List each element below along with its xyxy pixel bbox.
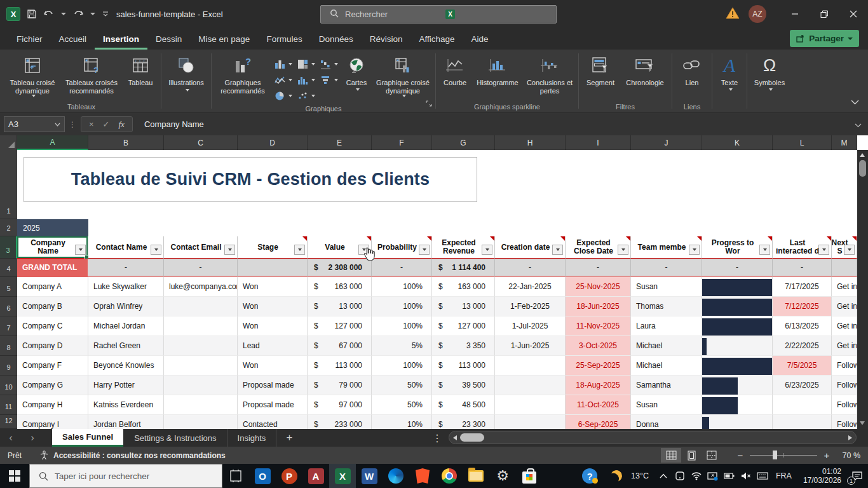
company-cell[interactable]: Company H — [17, 395, 88, 415]
column-header-G[interactable]: G — [432, 135, 495, 150]
value-cell[interactable]: $163 000 — [308, 277, 372, 297]
row-header-7[interactable]: 7 — [0, 316, 17, 336]
filter-button[interactable] — [294, 245, 305, 255]
year-cell[interactable]: 2025 — [17, 219, 88, 236]
stage-cell[interactable]: Won — [238, 297, 308, 316]
expected-revenue-cell[interactable]: $48 500 — [432, 395, 495, 415]
probability-cell[interactable]: 100% — [372, 356, 432, 376]
filter-button[interactable] — [759, 245, 770, 255]
accessibility-status[interactable]: Accessibilité : consultez nos recommanda… — [39, 451, 226, 460]
ribbon-tab-révision[interactable]: Révision — [362, 34, 411, 50]
value-cell[interactable]: $13 000 — [308, 297, 372, 316]
row-header-3[interactable]: 3 — [0, 236, 17, 259]
team-member-cell[interactable]: Susan — [631, 395, 702, 415]
zoom-slider[interactable] — [750, 455, 817, 456]
ribbon-tab-dessin[interactable]: Dessin — [147, 34, 190, 50]
ribbon-tab-insertion[interactable]: Insertion — [95, 34, 147, 50]
column-header-F[interactable]: F — [372, 135, 432, 150]
column-header-E[interactable]: E — [308, 135, 372, 150]
filter-button[interactable] — [224, 245, 235, 255]
titlebar-search[interactable]: Rechercher X — [320, 5, 557, 24]
row-header-12[interactable]: 12 — [0, 415, 17, 429]
email-cell[interactable] — [164, 336, 238, 356]
column-header-C[interactable]: C — [164, 135, 238, 150]
row-header-6[interactable]: 6 — [0, 297, 17, 316]
progress-cell[interactable] — [702, 395, 773, 415]
next-step-cell[interactable]: Get in — [832, 336, 857, 356]
filter-button[interactable] — [552, 245, 563, 255]
next-step-cell[interactable]: Get in — [832, 277, 857, 297]
creation-date-cell[interactable] — [495, 356, 566, 376]
table-cell[interactable]: - — [702, 259, 773, 277]
close-date-cell[interactable]: 25-Sep-2025 — [566, 356, 631, 376]
tray-expand-icon[interactable] — [655, 464, 672, 488]
progress-cell[interactable] — [702, 277, 773, 297]
close-date-cell[interactable]: 6-Sep-2025 — [566, 415, 631, 429]
value-cell[interactable]: $97 000 — [308, 395, 372, 415]
filter-button[interactable] — [482, 245, 492, 255]
column-filter-header[interactable]: Progress to Wor — [702, 236, 773, 259]
contact-cell[interactable]: Harry Potter — [88, 376, 164, 395]
column-header-I[interactable]: I — [566, 135, 631, 150]
taskbar-word-icon[interactable]: W — [356, 464, 383, 488]
table-cell[interactable]: - — [566, 259, 631, 277]
close-date-cell[interactable]: 11-Nov-2025 — [566, 316, 631, 336]
last-interacted-cell[interactable]: 2/22/2025 — [773, 336, 832, 356]
illustrations-button[interactable]: Illustrations — [163, 52, 209, 102]
probability-cell[interactable]: 50% — [372, 376, 432, 395]
column-chart-button[interactable] — [272, 56, 295, 72]
row-header-5[interactable]: 5 — [0, 277, 17, 297]
taskbar-search[interactable]: Taper ici pour rechercher — [29, 464, 222, 488]
next-step-cell[interactable]: Follow — [832, 395, 857, 415]
close-date-cell[interactable]: 3-Oct-2025 — [566, 336, 631, 356]
column-header-D[interactable]: D — [238, 135, 308, 150]
column-filter-header[interactable]: Creation date — [495, 236, 566, 259]
task-view-button[interactable] — [222, 464, 249, 488]
confirm-entry-icon[interactable]: ✓ — [103, 119, 110, 129]
value-cell[interactable]: $79 000 — [308, 376, 372, 395]
filter-button[interactable] — [419, 245, 430, 255]
row-header-1[interactable]: 1 — [0, 150, 17, 219]
notifications-icon[interactable]: 1 — [846, 464, 868, 488]
ribbon-tab-mise-en-page[interactable]: Mise en page — [190, 34, 258, 50]
stage-cell[interactable]: Won — [238, 356, 308, 376]
probability-cell[interactable]: 50% — [372, 395, 432, 415]
share-button[interactable]: Partager — [790, 30, 859, 47]
pie-chart-button[interactable] — [272, 88, 295, 104]
team-member-cell[interactable]: Thomas — [631, 297, 702, 316]
progress-cell[interactable] — [702, 376, 773, 395]
team-member-cell[interactable]: Donna — [631, 415, 702, 429]
column-header-J[interactable]: J — [631, 135, 702, 150]
filter-button[interactable] — [151, 245, 161, 255]
vertical-scrollbar[interactable] — [857, 150, 868, 429]
start-button[interactable] — [0, 464, 29, 488]
save-icon[interactable] — [27, 9, 37, 19]
company-cell[interactable]: Company B — [17, 297, 88, 316]
contact-cell[interactable]: Beyoncé Knowles — [88, 356, 164, 376]
insert-function-icon[interactable]: fx — [119, 119, 125, 130]
taskbar-explorer-icon[interactable] — [463, 464, 489, 488]
next-step-cell[interactable]: Follow — [832, 356, 857, 376]
creation-date-cell[interactable]: 1-Jun-2025 — [495, 336, 566, 356]
warning-icon[interactable] — [726, 7, 740, 22]
creation-date-cell[interactable] — [495, 415, 566, 429]
progress-cell[interactable] — [702, 316, 773, 336]
table-cell[interactable] — [238, 259, 308, 277]
row-header-11[interactable]: 11 — [0, 395, 17, 415]
taskbar-chrome-icon[interactable] — [436, 464, 463, 488]
company-cell[interactable]: Company G — [17, 376, 88, 395]
customize-toolbar-icon[interactable] — [102, 10, 109, 18]
zoom-in-button[interactable]: + — [820, 450, 834, 461]
sheet-tab-insights[interactable]: Insights — [227, 429, 277, 447]
expected-revenue-cell[interactable]: $39 500 — [432, 376, 495, 395]
expand-formula-bar-icon[interactable] — [855, 119, 862, 130]
get-help-icon[interactable]: ? — [576, 464, 603, 488]
table-cell[interactable]: - — [164, 259, 238, 277]
undo-icon[interactable] — [43, 9, 55, 19]
creation-date-cell[interactable] — [495, 395, 566, 415]
column-filter-header[interactable]: Company Name — [17, 236, 88, 259]
ribbon-tab-aide[interactable]: Aide — [463, 34, 497, 50]
page-break-view-button[interactable] — [702, 448, 722, 463]
team-member-cell[interactable]: Samantha — [631, 376, 702, 395]
column-header-M[interactable]: M — [832, 135, 857, 150]
